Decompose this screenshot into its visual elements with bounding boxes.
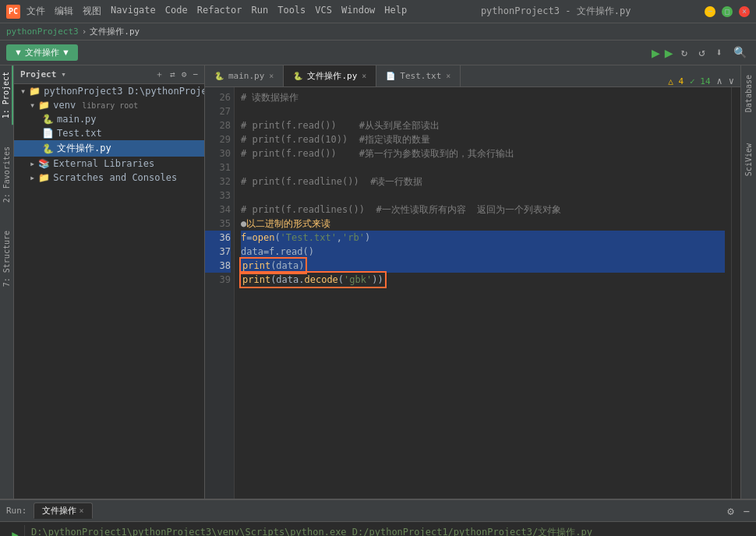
file-ops-tab-icon: 🐍	[293, 72, 302, 80]
output-line-1: D:\pythonProject1\pythonProject3\venv\Sc…	[31, 525, 750, 536]
tab-database[interactable]: Database	[743, 69, 754, 118]
main-py-tab-close[interactable]: ×	[269, 72, 274, 80]
menu-view[interactable]: 视图	[83, 5, 101, 18]
venv-folder-icon: 📁	[38, 100, 50, 111]
code-editor: 2627282930 3132333435 36 37 38 39 # 读数据操…	[205, 87, 740, 499]
run-content: ▶ ■ ≡ ▤ ↵ D:\pythonProject1\pythonProjec…	[0, 522, 756, 536]
warning-count: △ 4	[668, 76, 684, 86]
tree-project-root[interactable]: ▾ 📁 pythonProject3 D:\pythonProje...	[14, 84, 204, 98]
menu-edit[interactable]: 编辑	[55, 5, 73, 18]
run-label: Run:	[6, 506, 27, 516]
line-numbers: 2627282930 3132333435 36 37 38 39	[205, 87, 235, 499]
app-logo: PC	[6, 5, 20, 19]
code-line-36: f=open('Test.txt','rb')	[241, 231, 725, 245]
main-content: 1: Project 2: Favorites 7: Structure Pro…	[0, 65, 756, 499]
tab-file-ops[interactable]: 🐍 文件操作.py ×	[284, 65, 376, 86]
minimize-button[interactable]: −	[705, 6, 715, 17]
tree-main-py[interactable]: 🐍 main.py	[14, 112, 204, 126]
test-txt-tab-icon: 📄	[386, 72, 395, 80]
sidebar-add-icon[interactable]: ＋	[155, 69, 164, 80]
tab-structure[interactable]: 7: Structure	[1, 224, 12, 293]
menu-file[interactable]: 文件	[26, 5, 45, 18]
run-left-controls: ▶ ■ ≡ ▤ ↵	[6, 525, 25, 536]
menu-refactor[interactable]: Refactor	[197, 5, 242, 18]
file-ops-tab-close[interactable]: ×	[362, 72, 366, 80]
code-line-31	[241, 160, 725, 175]
sidebar-content: ▾ 📁 pythonProject3 D:\pythonProje... ▾ 📁…	[14, 84, 204, 499]
code-line-27	[241, 104, 725, 118]
search-toolbar-icon[interactable]: 🔍	[730, 44, 750, 61]
toolbar: ▼ 文件操作 ▼ ▶ ▶ ↻ ↺ ⬇ 🔍	[0, 41, 756, 65]
editor-chevron-down[interactable]: ∨	[729, 76, 734, 86]
sidebar-gear-icon[interactable]: ⚙	[182, 69, 187, 79]
tree-test-txt[interactable]: 📄 Test.txt	[14, 126, 204, 140]
refresh-icon[interactable]: ↻	[678, 44, 691, 61]
test-txt-tab-close[interactable]: ×	[446, 72, 450, 80]
code-line-35: ●以二进制的形式来读	[241, 217, 725, 231]
run-tab-close[interactable]: ×	[79, 506, 84, 515]
close-button[interactable]: ×	[739, 6, 750, 17]
ext-libs-label: External Libraries	[53, 158, 154, 169]
scratches-label: Scratches and Consoles	[53, 172, 177, 183]
menu-bar: 文件 编辑 视图 Navigate Code Refactor Run Tool…	[26, 5, 407, 18]
menu-code[interactable]: Code	[165, 5, 188, 18]
project-folder-icon: 📁	[29, 86, 41, 97]
ext-libs-icon: 📚	[38, 158, 50, 169]
test-txt-icon: 📄	[42, 128, 54, 139]
editor-area: 🐍 main.py × 🐍 文件操作.py × 📄 Test.txt × △ 4…	[205, 65, 740, 499]
breadcrumb-file[interactable]: 文件操作.py	[90, 26, 140, 37]
tab-favorites[interactable]: 2: Favorites	[1, 140, 12, 209]
tab-project[interactable]: 1: Project	[0, 65, 13, 125]
window-controls: − □ ×	[705, 6, 750, 17]
resume-icon[interactable]: ⬇	[713, 44, 726, 61]
tab-main-py[interactable]: 🐍 main.py ×	[205, 65, 284, 86]
editor-gutter	[731, 87, 740, 499]
file-ops-label: 文件操作.py	[57, 142, 111, 155]
menu-tools[interactable]: Tools	[277, 5, 306, 18]
run-button2[interactable]: ▶	[665, 44, 673, 61]
tree-external-libs[interactable]: ▸ 📚 External Libraries	[14, 157, 204, 171]
file-ops-button[interactable]: ▼ 文件操作 ▼	[6, 44, 78, 61]
breadcrumb-bar: pythonProject3 › 文件操作.py	[0, 23, 756, 41]
run-settings-icon[interactable]: ⚙	[727, 505, 733, 517]
tree-scratches[interactable]: ▸ 📁 Scratches and Consoles	[14, 171, 204, 185]
tab-test-txt[interactable]: 📄 Test.txt ×	[376, 65, 461, 86]
run-button[interactable]: ▶	[652, 44, 660, 61]
editor-tabs: 🐍 main.py × 🐍 文件操作.py × 📄 Test.txt × △ 4…	[205, 65, 740, 87]
menu-navigate[interactable]: Navigate	[111, 5, 156, 18]
menu-help[interactable]: Help	[384, 5, 407, 18]
main-py-icon: 🐍	[42, 114, 54, 125]
tab-sciview[interactable]: SciView	[743, 137, 754, 182]
venv-label: venv	[53, 100, 76, 111]
code-content[interactable]: # 读数据操作 # print(f.read()) #从头到尾全部读出 # pr…	[235, 87, 731, 499]
code-line-38: print(data)	[241, 259, 725, 273]
main-py-tab-label: main.py	[228, 71, 264, 81]
code-line-39: print(data.decode('gbk'))	[241, 273, 725, 287]
code-line-29: # print(f.read(10)) #指定读取的数量	[241, 132, 725, 146]
tree-venv[interactable]: ▾ 📁 venv library root	[14, 98, 204, 112]
bottom-panel: Run: 文件操作 × ⚙ − ▶ ■ ≡ ▤ ↵ D:\pythonProje…	[0, 499, 756, 536]
rerun-ctrl-button[interactable]: ▶	[12, 528, 18, 536]
menu-vcs[interactable]: VCS	[315, 5, 332, 18]
editor-chevron-up[interactable]: ∧	[717, 76, 722, 86]
run-output: D:\pythonProject1\pythonProject3\venv\Sc…	[31, 525, 750, 536]
run-tab-file-ops[interactable]: 文件操作 ×	[34, 503, 93, 519]
maximize-button[interactable]: □	[722, 6, 733, 17]
run-panel-close-icon[interactable]: −	[744, 505, 750, 517]
code-line-28: # print(f.read()) #从头到尾全部读出	[241, 118, 725, 132]
code-line-32: # print(f.readline()) #读一行数据	[241, 175, 725, 189]
code-line-33	[241, 189, 725, 203]
code-line-37: data=f.read()	[241, 245, 725, 259]
rerun-icon[interactable]: ↺	[695, 44, 708, 61]
right-sidebar: Database SciView	[740, 65, 756, 499]
tree-file-ops[interactable]: 🐍 文件操作.py	[14, 140, 204, 157]
menu-window[interactable]: Window	[341, 5, 375, 18]
menu-run[interactable]: Run	[252, 5, 269, 18]
sidebar-minimize-icon[interactable]: −	[193, 69, 198, 79]
run-tab-label: 文件操作	[42, 505, 76, 517]
breadcrumb-project[interactable]: pythonProject3	[6, 26, 79, 37]
no-error-count: ✓ 14	[690, 76, 711, 86]
main-py-label: main.py	[57, 114, 97, 125]
sidebar-sync-icon[interactable]: ⇄	[170, 69, 175, 79]
main-py-tab-icon: 🐍	[214, 72, 224, 80]
